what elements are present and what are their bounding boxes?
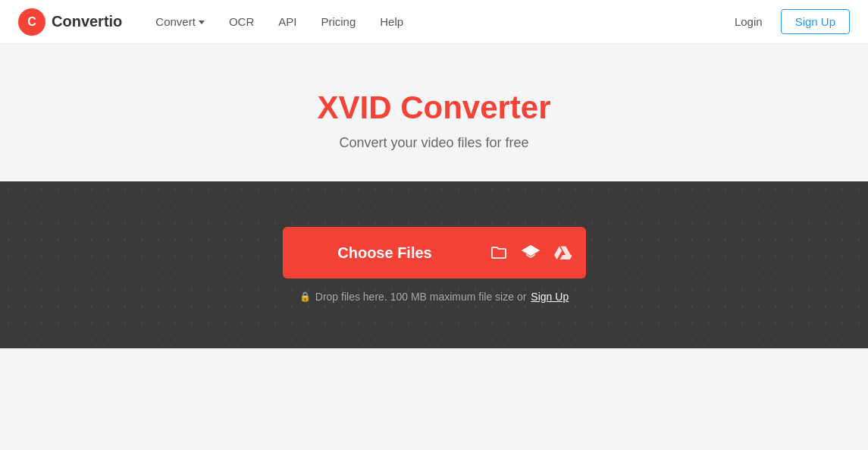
google-drive-icon bbox=[547, 237, 578, 269]
navbar: C Convertio Convert OCR API Pricing Help… bbox=[0, 0, 868, 44]
nav-item-help[interactable]: Help bbox=[371, 9, 412, 34]
svg-text:C: C bbox=[27, 15, 36, 28]
nav-item-pricing[interactable]: Pricing bbox=[312, 9, 365, 34]
choose-files-button[interactable]: Choose Files bbox=[283, 227, 586, 278]
hero-subtitle: Convert your video files for free bbox=[18, 135, 850, 151]
logo[interactable]: C Convertio bbox=[18, 8, 122, 36]
drop-hint-text: Drop files here. 100 MB maximum file siz… bbox=[315, 291, 527, 303]
dropbox-icon bbox=[515, 237, 547, 269]
nav-item-convert[interactable]: Convert bbox=[146, 9, 214, 34]
chevron-down-icon bbox=[199, 20, 205, 24]
nav-links: Convert OCR API Pricing Help bbox=[146, 9, 412, 34]
folder-icon bbox=[483, 237, 515, 269]
choose-files-label: Choose Files bbox=[283, 244, 475, 262]
navbar-right: Login Sign Up bbox=[725, 9, 850, 34]
login-button[interactable]: Login bbox=[725, 9, 772, 34]
logo-icon: C bbox=[18, 8, 45, 36]
hero-title: XVID Converter bbox=[18, 90, 850, 126]
lock-icon: 🔒 bbox=[299, 291, 311, 302]
hero-section: XVID Converter Convert your video files … bbox=[0, 44, 868, 181]
navbar-left: C Convertio Convert OCR API Pricing Help bbox=[18, 8, 725, 36]
signup-button[interactable]: Sign Up bbox=[781, 9, 850, 34]
logo-text: Convertio bbox=[52, 13, 122, 30]
drop-hint: 🔒 Drop files here. 100 MB maximum file s… bbox=[299, 291, 569, 303]
drop-hint-signup-link[interactable]: Sign Up bbox=[531, 291, 569, 303]
button-icons bbox=[475, 237, 586, 269]
nav-item-ocr[interactable]: OCR bbox=[220, 9, 263, 34]
nav-item-api[interactable]: API bbox=[269, 9, 306, 34]
drop-zone-section: Choose Files 🔒 bbox=[0, 181, 868, 348]
